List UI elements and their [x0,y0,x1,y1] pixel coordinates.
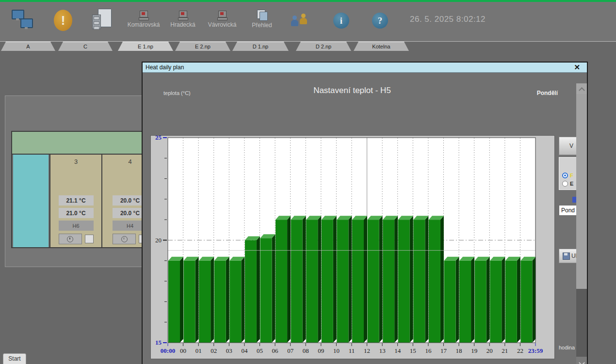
room-3[interactable]: 3 21.1 °C 21.0 °C H6 [50,155,101,247]
schedule-clock-button[interactable] [113,234,136,244]
alarm-button[interactable]: ! [54,10,72,31]
schedule-clock-button[interactable] [59,234,82,244]
svg-text:07: 07 [287,347,294,354]
tab-d2np[interactable]: D 2.np [296,42,351,51]
day-label: Pondělí [537,90,558,96]
override-checkbox[interactable] [85,235,94,243]
room-temp-setpoint: 21.0 °C [59,208,94,218]
radio-selected[interactable] [562,173,568,178]
bar-hour-20[interactable] [475,257,490,343]
svg-text:16: 16 [425,347,432,354]
bar-hour-15[interactable] [398,216,413,343]
info-button[interactable]: i [333,13,349,29]
bar-hour-05[interactable] [245,237,260,343]
radio-unselected-label: E [570,181,573,187]
close-icon[interactable]: ✕ [574,63,584,72]
bar-hour-22[interactable] [505,257,520,343]
chart-svg[interactable]: 15202500:0000010203040506070809101112131… [151,136,554,359]
svg-text:05: 05 [257,347,263,354]
chart-title: Nastavení teplot - H5 [150,86,554,95]
bar-hour-04[interactable] [229,257,244,343]
screen: ! Komárovská Hradecká Vávrovická Přehled [0,0,616,364]
network-icon [11,8,36,31]
tab-e1np[interactable]: E 1.np [118,42,173,51]
bar-hour-17[interactable] [429,216,444,343]
network-button[interactable] [11,8,36,31]
svg-text:06: 06 [272,347,279,354]
svg-text:09: 09 [318,347,324,354]
svg-text:01: 01 [195,347,202,354]
location-label: Vávrovická [208,21,237,28]
bar-hour-21[interactable] [490,257,505,343]
heat-daily-plan-dialog: Heat daily plan ✕ teplota (°C) Nastavení… [142,62,588,364]
clock-icon [67,236,73,242]
x-axis-label: hodina [559,345,575,350]
room-stairwell[interactable] [13,155,49,247]
svg-text:17: 17 [440,347,447,354]
overview-label: Přehled [252,22,272,29]
bar-hour-11[interactable] [337,216,352,343]
svg-text:19: 19 [471,347,477,354]
room-unit-label: H6 [59,221,94,231]
overview-button[interactable]: Přehled [248,10,276,29]
tab-kotelna[interactable]: Kotelna [354,42,409,51]
location-button-vavrovicka[interactable]: Vávrovická [205,11,240,28]
alarm-icon: ! [54,10,72,31]
building-icon [138,11,149,20]
bar-hour-09[interactable] [306,216,321,343]
vertical-scrollbar[interactable] [576,83,587,364]
report-button[interactable] [90,8,114,31]
vertical-scrollbar-thumb[interactable] [576,94,587,289]
svg-text:02: 02 [211,347,217,354]
bar-hour-08[interactable] [291,216,306,343]
svg-text:20: 20 [155,237,162,244]
bar-hour-13[interactable] [368,216,383,343]
floor-plan-frame: 3 21.1 °C 21.0 °C H6 4 20.0 °C 20.0 °C H… [11,131,159,248]
start-button[interactable]: Start [3,353,26,364]
bar-hour-23[interactable] [520,257,535,343]
bar-hour-12[interactable] [352,216,367,343]
svg-text:14: 14 [394,347,401,354]
bar-hour-19[interactable] [459,257,474,343]
bar-hour-10[interactable] [322,216,337,343]
bar-hour-01[interactable] [184,257,199,343]
heat-plan-chart[interactable]: 15202500:0000010203040506070809101112131… [150,135,555,359]
dialog-body: teplota (°C) Nastavení teplot - H5 Pondě… [143,73,587,364]
scroll-down-button[interactable] [576,357,587,364]
datetime-display: 26. 5. 2025 8:02:12 [410,15,486,24]
bar-hour-14[interactable] [383,216,398,343]
bar-hour-07[interactable] [276,216,291,343]
save-floppy-icon [563,253,570,260]
tab-a[interactable]: A [1,42,55,51]
location-button-hradecka[interactable]: Hradecká [167,11,199,28]
location-label: Komárovská [128,21,160,28]
svg-text:11: 11 [349,347,355,354]
svg-text:23:59: 23:59 [528,347,543,354]
svg-text:00: 00 [180,347,186,354]
building-icon [178,11,188,20]
radio-unselected[interactable] [562,181,568,187]
users-button[interactable] [290,14,311,27]
svg-text:12: 12 [364,347,370,354]
location-button-komarovska[interactable]: Komárovská [125,11,162,28]
tab-e2np[interactable]: E 2.np [175,42,230,51]
bar-hour-18[interactable] [444,257,459,343]
svg-text:15: 15 [155,339,162,346]
bar-hour-16[interactable] [413,216,428,343]
dialog-title: Heat daily plan [146,64,574,71]
location-label: Hradecká [170,21,195,28]
dialog-titlebar[interactable]: Heat daily plan ✕ [143,63,587,73]
scroll-up-button[interactable] [576,83,587,94]
svg-text:20: 20 [486,347,493,354]
bar-hour-00[interactable] [168,257,183,343]
bar-hour-03[interactable] [214,257,229,343]
room-temp-actual: 21.1 °C [59,195,94,206]
room-number: 3 [50,158,101,165]
tab-c[interactable]: C [58,42,113,51]
tab-d1np[interactable]: D 1.np [232,42,289,51]
bar-hour-02[interactable] [199,257,214,343]
svg-text:04: 04 [241,347,248,354]
clock-icon [121,236,128,242]
svg-text:03: 03 [226,347,232,354]
help-button[interactable]: ? [372,13,388,29]
